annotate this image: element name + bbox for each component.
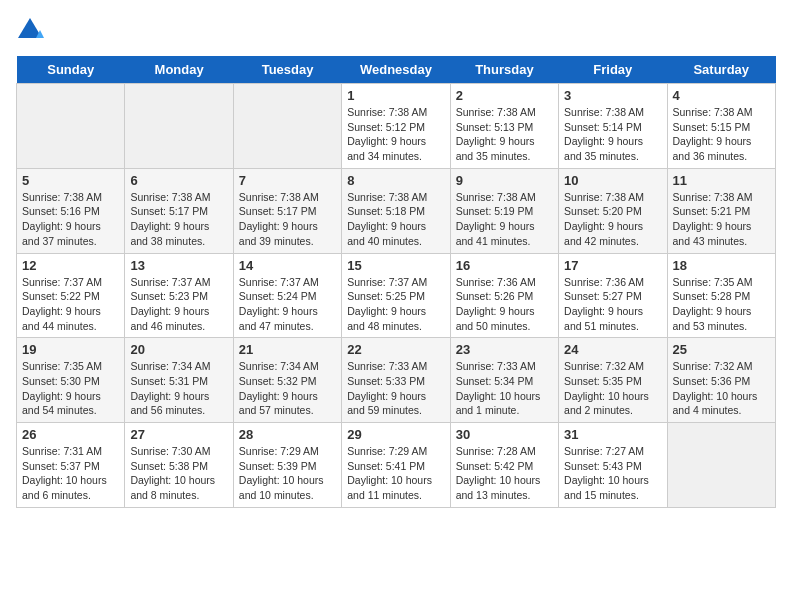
calendar-cell: 24Sunrise: 7:32 AM Sunset: 5:35 PM Dayli… [559, 338, 667, 423]
cell-date-number: 15 [347, 258, 444, 273]
day-header-row: SundayMondayTuesdayWednesdayThursdayFrid… [17, 56, 776, 84]
cell-info-text: Sunrise: 7:38 AM Sunset: 5:17 PM Dayligh… [239, 190, 336, 249]
cell-date-number: 23 [456, 342, 553, 357]
calendar-cell: 26Sunrise: 7:31 AM Sunset: 5:37 PM Dayli… [17, 423, 125, 508]
cell-date-number: 1 [347, 88, 444, 103]
cell-date-number: 28 [239, 427, 336, 442]
calendar-cell: 28Sunrise: 7:29 AM Sunset: 5:39 PM Dayli… [233, 423, 341, 508]
day-header-wednesday: Wednesday [342, 56, 450, 84]
calendar-cell: 31Sunrise: 7:27 AM Sunset: 5:43 PM Dayli… [559, 423, 667, 508]
cell-info-text: Sunrise: 7:37 AM Sunset: 5:22 PM Dayligh… [22, 275, 119, 334]
cell-info-text: Sunrise: 7:29 AM Sunset: 5:41 PM Dayligh… [347, 444, 444, 503]
cell-info-text: Sunrise: 7:38 AM Sunset: 5:13 PM Dayligh… [456, 105, 553, 164]
calendar-cell: 21Sunrise: 7:34 AM Sunset: 5:32 PM Dayli… [233, 338, 341, 423]
cell-date-number: 30 [456, 427, 553, 442]
cell-date-number: 9 [456, 173, 553, 188]
calendar-cell: 30Sunrise: 7:28 AM Sunset: 5:42 PM Dayli… [450, 423, 558, 508]
calendar-cell: 7Sunrise: 7:38 AM Sunset: 5:17 PM Daylig… [233, 168, 341, 253]
cell-date-number: 20 [130, 342, 227, 357]
cell-info-text: Sunrise: 7:38 AM Sunset: 5:17 PM Dayligh… [130, 190, 227, 249]
week-row-3: 12Sunrise: 7:37 AM Sunset: 5:22 PM Dayli… [17, 253, 776, 338]
cell-info-text: Sunrise: 7:35 AM Sunset: 5:30 PM Dayligh… [22, 359, 119, 418]
cell-info-text: Sunrise: 7:37 AM Sunset: 5:25 PM Dayligh… [347, 275, 444, 334]
calendar-cell: 23Sunrise: 7:33 AM Sunset: 5:34 PM Dayli… [450, 338, 558, 423]
day-header-tuesday: Tuesday [233, 56, 341, 84]
cell-date-number: 12 [22, 258, 119, 273]
cell-info-text: Sunrise: 7:35 AM Sunset: 5:28 PM Dayligh… [673, 275, 770, 334]
calendar-cell: 3Sunrise: 7:38 AM Sunset: 5:14 PM Daylig… [559, 84, 667, 169]
day-header-sunday: Sunday [17, 56, 125, 84]
calendar-cell: 20Sunrise: 7:34 AM Sunset: 5:31 PM Dayli… [125, 338, 233, 423]
cell-info-text: Sunrise: 7:38 AM Sunset: 5:19 PM Dayligh… [456, 190, 553, 249]
cell-date-number: 19 [22, 342, 119, 357]
logo [16, 16, 48, 44]
cell-date-number: 2 [456, 88, 553, 103]
page-header [16, 16, 776, 44]
day-header-friday: Friday [559, 56, 667, 84]
calendar-cell [17, 84, 125, 169]
cell-info-text: Sunrise: 7:36 AM Sunset: 5:27 PM Dayligh… [564, 275, 661, 334]
calendar-cell: 29Sunrise: 7:29 AM Sunset: 5:41 PM Dayli… [342, 423, 450, 508]
week-row-4: 19Sunrise: 7:35 AM Sunset: 5:30 PM Dayli… [17, 338, 776, 423]
calendar-cell: 11Sunrise: 7:38 AM Sunset: 5:21 PM Dayli… [667, 168, 775, 253]
cell-date-number: 25 [673, 342, 770, 357]
day-header-monday: Monday [125, 56, 233, 84]
cell-info-text: Sunrise: 7:38 AM Sunset: 5:14 PM Dayligh… [564, 105, 661, 164]
cell-date-number: 5 [22, 173, 119, 188]
calendar-cell: 13Sunrise: 7:37 AM Sunset: 5:23 PM Dayli… [125, 253, 233, 338]
calendar-cell: 12Sunrise: 7:37 AM Sunset: 5:22 PM Dayli… [17, 253, 125, 338]
cell-date-number: 14 [239, 258, 336, 273]
cell-date-number: 10 [564, 173, 661, 188]
cell-info-text: Sunrise: 7:32 AM Sunset: 5:35 PM Dayligh… [564, 359, 661, 418]
cell-info-text: Sunrise: 7:31 AM Sunset: 5:37 PM Dayligh… [22, 444, 119, 503]
cell-info-text: Sunrise: 7:33 AM Sunset: 5:33 PM Dayligh… [347, 359, 444, 418]
calendar-cell: 5Sunrise: 7:38 AM Sunset: 5:16 PM Daylig… [17, 168, 125, 253]
cell-date-number: 6 [130, 173, 227, 188]
cell-info-text: Sunrise: 7:36 AM Sunset: 5:26 PM Dayligh… [456, 275, 553, 334]
logo-icon [16, 16, 44, 44]
calendar-cell: 22Sunrise: 7:33 AM Sunset: 5:33 PM Dayli… [342, 338, 450, 423]
cell-date-number: 13 [130, 258, 227, 273]
cell-info-text: Sunrise: 7:38 AM Sunset: 5:18 PM Dayligh… [347, 190, 444, 249]
day-header-thursday: Thursday [450, 56, 558, 84]
cell-date-number: 22 [347, 342, 444, 357]
cell-info-text: Sunrise: 7:38 AM Sunset: 5:15 PM Dayligh… [673, 105, 770, 164]
cell-date-number: 16 [456, 258, 553, 273]
cell-date-number: 17 [564, 258, 661, 273]
cell-date-number: 11 [673, 173, 770, 188]
calendar-cell: 6Sunrise: 7:38 AM Sunset: 5:17 PM Daylig… [125, 168, 233, 253]
cell-info-text: Sunrise: 7:37 AM Sunset: 5:24 PM Dayligh… [239, 275, 336, 334]
cell-info-text: Sunrise: 7:38 AM Sunset: 5:20 PM Dayligh… [564, 190, 661, 249]
day-header-saturday: Saturday [667, 56, 775, 84]
week-row-1: 1Sunrise: 7:38 AM Sunset: 5:12 PM Daylig… [17, 84, 776, 169]
week-row-2: 5Sunrise: 7:38 AM Sunset: 5:16 PM Daylig… [17, 168, 776, 253]
cell-date-number: 7 [239, 173, 336, 188]
calendar-cell: 27Sunrise: 7:30 AM Sunset: 5:38 PM Dayli… [125, 423, 233, 508]
cell-date-number: 27 [130, 427, 227, 442]
cell-info-text: Sunrise: 7:28 AM Sunset: 5:42 PM Dayligh… [456, 444, 553, 503]
cell-info-text: Sunrise: 7:30 AM Sunset: 5:38 PM Dayligh… [130, 444, 227, 503]
calendar-table: SundayMondayTuesdayWednesdayThursdayFrid… [16, 56, 776, 508]
cell-info-text: Sunrise: 7:38 AM Sunset: 5:16 PM Dayligh… [22, 190, 119, 249]
cell-date-number: 18 [673, 258, 770, 273]
calendar-cell: 25Sunrise: 7:32 AM Sunset: 5:36 PM Dayli… [667, 338, 775, 423]
calendar-cell: 8Sunrise: 7:38 AM Sunset: 5:18 PM Daylig… [342, 168, 450, 253]
cell-date-number: 29 [347, 427, 444, 442]
cell-info-text: Sunrise: 7:34 AM Sunset: 5:31 PM Dayligh… [130, 359, 227, 418]
cell-date-number: 3 [564, 88, 661, 103]
cell-info-text: Sunrise: 7:32 AM Sunset: 5:36 PM Dayligh… [673, 359, 770, 418]
cell-date-number: 8 [347, 173, 444, 188]
cell-info-text: Sunrise: 7:33 AM Sunset: 5:34 PM Dayligh… [456, 359, 553, 418]
calendar-cell: 1Sunrise: 7:38 AM Sunset: 5:12 PM Daylig… [342, 84, 450, 169]
calendar-cell: 4Sunrise: 7:38 AM Sunset: 5:15 PM Daylig… [667, 84, 775, 169]
cell-date-number: 31 [564, 427, 661, 442]
calendar-cell: 9Sunrise: 7:38 AM Sunset: 5:19 PM Daylig… [450, 168, 558, 253]
cell-date-number: 24 [564, 342, 661, 357]
cell-info-text: Sunrise: 7:27 AM Sunset: 5:43 PM Dayligh… [564, 444, 661, 503]
calendar-cell: 14Sunrise: 7:37 AM Sunset: 5:24 PM Dayli… [233, 253, 341, 338]
calendar-cell: 10Sunrise: 7:38 AM Sunset: 5:20 PM Dayli… [559, 168, 667, 253]
calendar-cell: 16Sunrise: 7:36 AM Sunset: 5:26 PM Dayli… [450, 253, 558, 338]
cell-info-text: Sunrise: 7:38 AM Sunset: 5:21 PM Dayligh… [673, 190, 770, 249]
cell-date-number: 21 [239, 342, 336, 357]
cell-date-number: 4 [673, 88, 770, 103]
